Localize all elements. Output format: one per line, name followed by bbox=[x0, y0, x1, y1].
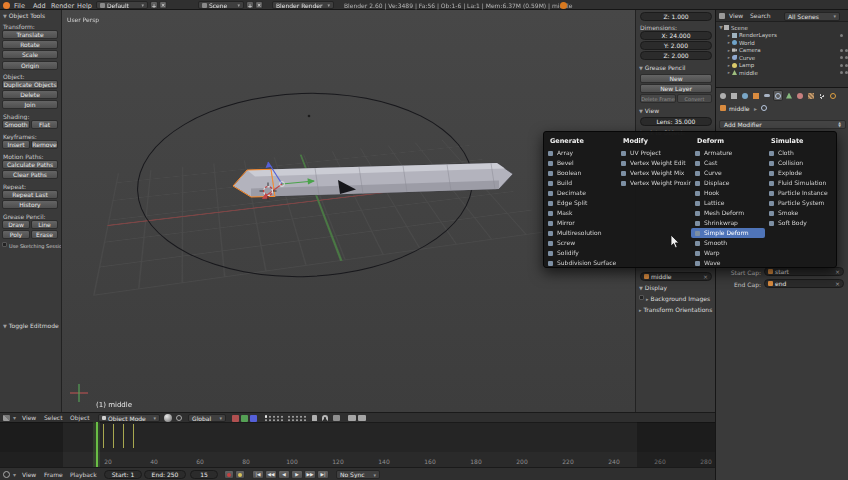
keyframe-tick[interactable] bbox=[133, 424, 134, 448]
menu-item[interactable]: Screw bbox=[544, 238, 617, 248]
pivot-point-icon[interactable] bbox=[176, 415, 182, 421]
menu-item[interactable]: Collision bbox=[765, 158, 838, 168]
menu-item[interactable]: Soft Body bbox=[765, 218, 838, 228]
timeline-ruler[interactable]: 20406080100120140160180200220240260280 bbox=[0, 452, 715, 467]
world-tab[interactable] bbox=[740, 90, 750, 101]
menu-add[interactable]: Add bbox=[33, 2, 46, 10]
view-panel-header[interactable]: ▼View bbox=[639, 107, 659, 114]
menu-item[interactable]: Subdivision Surface bbox=[544, 258, 617, 268]
editor-type-icon[interactable] bbox=[3, 415, 10, 421]
expander-icon[interactable]: ▸ bbox=[726, 70, 732, 75]
particles-tab[interactable] bbox=[817, 90, 827, 101]
viewport-shading-icon[interactable] bbox=[164, 414, 172, 422]
snap-element-icon[interactable] bbox=[333, 415, 340, 421]
add-modifier-dropdown[interactable]: Add Modifier ▲▼ bbox=[719, 120, 846, 129]
rotate-button[interactable]: Rotate bbox=[2, 40, 58, 49]
blender-logo-icon[interactable] bbox=[3, 2, 10, 9]
transport-button[interactable]: ▶▶ bbox=[304, 470, 316, 479]
menu-item[interactable]: Vertex Weight Edit bbox=[617, 158, 691, 168]
dimension-x-field[interactable]: X: 24.000 bbox=[640, 31, 712, 40]
menu-file[interactable]: File bbox=[14, 2, 25, 10]
gp-delete-frame-button[interactable]: Delete Frame bbox=[640, 94, 676, 103]
visibility-toggles[interactable] bbox=[840, 56, 843, 59]
repeat-last-button[interactable]: Repeat Last bbox=[2, 190, 58, 199]
gp-convert-button[interactable]: Convert bbox=[677, 94, 712, 103]
menu-item[interactable]: Mask bbox=[544, 208, 617, 218]
object-tab[interactable] bbox=[751, 90, 761, 101]
menu-item[interactable]: Mirror bbox=[544, 218, 617, 228]
transport-button[interactable]: ▶| bbox=[317, 470, 329, 479]
object-data-tab[interactable] bbox=[784, 90, 794, 101]
modifiers-tab[interactable] bbox=[773, 90, 783, 101]
close-scene-button[interactable]: ✕ bbox=[255, 1, 263, 9]
visibility-toggles[interactable] bbox=[840, 64, 843, 67]
menu-item[interactable]: Bevel bbox=[544, 158, 617, 168]
manipulator-rotate-toggle[interactable] bbox=[241, 415, 248, 422]
lock-object-field[interactable]: middle × bbox=[640, 272, 712, 281]
close-layout-button[interactable]: ✕ bbox=[159, 1, 167, 9]
menu-item[interactable]: Shrinkwrap bbox=[691, 218, 765, 228]
duplicate-objects-button[interactable]: Duplicate Objects bbox=[2, 80, 58, 89]
current-frame-field[interactable]: 15 bbox=[190, 470, 218, 479]
menu-item[interactable]: Build bbox=[544, 178, 617, 188]
clear-icon[interactable]: × bbox=[835, 280, 840, 287]
origin-button[interactable]: Origin bbox=[2, 61, 58, 70]
menu-help[interactable]: Help bbox=[77, 2, 92, 10]
transport-button[interactable]: |◀ bbox=[252, 470, 264, 479]
keying-set-button[interactable] bbox=[235, 470, 245, 479]
transform-orientations-panel-header[interactable]: ▸Transform Orientations bbox=[639, 306, 712, 313]
background-images-checkbox[interactable] bbox=[639, 295, 644, 300]
menu-item[interactable]: Warp bbox=[691, 248, 765, 258]
menu-item[interactable]: Hook bbox=[691, 188, 765, 198]
menu-item[interactable]: Boolean bbox=[544, 168, 617, 178]
tool-shelf-panel-header[interactable]: ▼Object Tools bbox=[3, 12, 45, 19]
menu-item[interactable]: Armature bbox=[691, 148, 765, 158]
visibility-toggles[interactable] bbox=[840, 49, 843, 52]
end-cap-field[interactable]: end × bbox=[764, 279, 844, 288]
background-images-panel-header[interactable]: ▸Background Images bbox=[646, 295, 710, 302]
constraints-tab[interactable] bbox=[762, 90, 772, 101]
keyframe-tick[interactable] bbox=[113, 424, 114, 448]
timeline-main-area[interactable] bbox=[0, 422, 715, 452]
grease-pencil-panel-header[interactable]: ▼Grease Pencil bbox=[639, 64, 685, 71]
outliner-row-curve[interactable]: ▸ Curve bbox=[716, 54, 848, 61]
visibility-toggles[interactable] bbox=[840, 71, 843, 74]
lock-icon[interactable] bbox=[312, 415, 317, 421]
layers-widget-group1[interactable] bbox=[264, 415, 284, 422]
join-button[interactable]: Join bbox=[2, 100, 58, 109]
display-panel-header[interactable]: ▼Display bbox=[639, 284, 667, 291]
menu-item[interactable]: Vertex Weight Mix bbox=[617, 168, 691, 178]
render-toggle-icon[interactable] bbox=[840, 34, 843, 37]
expander-icon[interactable]: ▸ bbox=[726, 48, 732, 53]
clear-icon[interactable]: × bbox=[703, 273, 708, 280]
menu-item[interactable]: Simple Deform bbox=[691, 228, 765, 238]
snap-magnet-icon[interactable] bbox=[322, 415, 328, 421]
remove-keyframe-button[interactable]: Remove bbox=[31, 140, 58, 149]
gp-new-button[interactable]: New bbox=[640, 74, 712, 83]
menu-item[interactable]: Fluid Simulation bbox=[765, 178, 838, 188]
outliner-row-camera[interactable]: ▸ Camera bbox=[716, 47, 848, 54]
render-opengl-icon[interactable] bbox=[348, 415, 356, 421]
outliner-row-world[interactable]: ▸ World bbox=[716, 39, 848, 46]
menu-item[interactable]: Wave bbox=[691, 258, 765, 268]
scale-z-field[interactable]: Z: 1.000 bbox=[640, 12, 712, 21]
menu-item[interactable]: Multiresolution bbox=[544, 228, 617, 238]
menu-item[interactable]: Edge Split bbox=[544, 198, 617, 208]
end-frame-field[interactable]: End: 250 bbox=[144, 470, 186, 479]
menu-item[interactable]: Smooth bbox=[691, 238, 765, 248]
timeline-playback-menu[interactable]: Playback bbox=[70, 469, 97, 480]
outliner-view-menu[interactable]: View bbox=[729, 12, 743, 19]
manipulator-scale-toggle[interactable] bbox=[250, 415, 257, 422]
clear-icon[interactable]: × bbox=[835, 268, 840, 275]
smooth-button[interactable]: Smooth bbox=[2, 120, 30, 129]
menu-item[interactable]: Smoke bbox=[765, 208, 838, 218]
add-scene-button[interactable]: + bbox=[246, 1, 254, 9]
menu-item[interactable]: Cloth bbox=[765, 148, 838, 158]
clear-paths-button[interactable]: Clear Paths bbox=[2, 170, 58, 179]
menu-item[interactable]: Cast bbox=[691, 158, 765, 168]
outliner-row-scene[interactable]: ▼ Scene bbox=[716, 24, 848, 31]
scene-tab[interactable] bbox=[729, 90, 739, 101]
dimension-y-field[interactable]: Y: 2.000 bbox=[640, 41, 712, 50]
texture-tab[interactable] bbox=[806, 90, 816, 101]
scale-button[interactable]: Scale bbox=[2, 50, 58, 59]
